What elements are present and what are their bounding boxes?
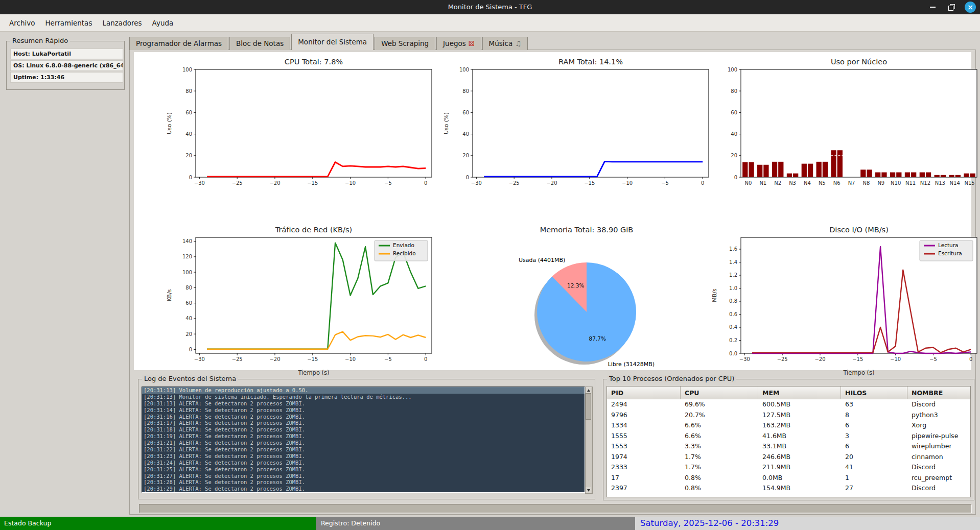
menu-ayuda[interactable]: Ayuda [147,16,179,30]
table-row[interactable]: 13346.6%163.2MB6Xorg [607,420,970,431]
log-line[interactable]: [20:31:21] ALERTA: Se detectaron 2 proce… [142,440,585,446]
table-cell: 33.1MB [758,441,841,452]
status-bar: Estado Backup Registro: Detenido Saturda… [0,517,980,530]
log-line[interactable]: [20:31:13] Volumen de reproducción ajust… [142,387,585,394]
music-note-icon: ♫ [515,39,521,47]
minimize-button[interactable] [927,2,938,13]
svg-text:0: 0 [701,180,704,186]
tab-web-scraping[interactable]: Web Scraping [375,37,435,50]
tab-juegos[interactable]: Juegos⚄ [436,37,481,50]
log-line[interactable]: [20:31:18] ALERTA: Se detectaron 2 proce… [142,426,585,433]
log-line[interactable]: [20:31:22] ALERTA: Se detectaron 2 proce… [142,446,585,453]
ram-total-chart: RAM Total: 14.1%020406080100−30−25−20−15… [441,56,717,191]
svg-text:−10: −10 [622,180,633,186]
svg-text:Escritura: Escritura [938,250,962,256]
scroll-up-icon [587,389,590,392]
close-icon: × [967,4,973,11]
scroll-down-button[interactable] [586,487,591,493]
column-header-pid[interactable]: PID [607,387,681,399]
table-cell: rcu_preempt [907,473,970,484]
table-row[interactable]: 979620.7%127.5MB8python3 [607,410,970,421]
menu-archivo[interactable]: Archivo [4,16,40,30]
table-cell: 1 [841,473,907,484]
table-cell: 3 [841,431,907,442]
svg-text:0.8: 0.8 [729,298,737,304]
svg-text:40: 40 [731,131,737,137]
table-cell: 0.8% [681,473,758,484]
log-panel: Log de Eventos del Sistema [20:31:13] Vo… [138,379,595,499]
scroll-up-button[interactable] [586,387,591,393]
log-console[interactable]: [20:31:13] Volumen de reproducción ajust… [142,387,585,493]
svg-text:80: 80 [185,88,192,94]
svg-text:0: 0 [189,175,192,180]
log-line[interactable]: [20:31:29] ALERTA: Se detectaron 2 proce… [142,486,585,492]
table-row[interactable]: 15533.3%33.1MB6wireplumber [607,441,970,452]
svg-text:Usada (4401MB): Usada (4401MB) [519,257,565,263]
table-cell: 127.5MB [758,410,841,421]
log-line[interactable]: [20:31:28] ALERTA: Se detectaron 2 proce… [142,479,585,486]
column-header-mem[interactable]: MEM [758,387,841,399]
tab-label: Web Scraping [381,39,429,47]
log-line[interactable]: [20:31:14] ALERTA: Se detectaron 2 proce… [142,407,585,414]
scrollbar-thumb[interactable] [586,393,591,420]
table-row[interactable]: 19741.7%246.6MB20cinnamon [607,452,970,463]
svg-text:1.6: 1.6 [729,246,737,252]
svg-text:−20: −20 [269,180,280,186]
svg-text:Tiempo (s): Tiempo (s) [297,369,329,376]
log-scrollbar[interactable] [585,387,593,494]
log-line[interactable]: [20:31:24] ALERTA: Se detectaron 2 proce… [142,460,585,466]
table-cell: 1.7% [681,462,758,473]
table-cell: 1.7% [681,452,758,463]
log-line[interactable]: [20:31:16] ALERTA: Se detectaron 2 proce… [142,414,585,420]
column-header-cpu[interactable]: CPU [681,387,758,399]
svg-text:87.7%: 87.7% [589,335,606,342]
log-line[interactable]: [20:31:13] ALERTA: Se detectaron 2 proce… [142,400,585,407]
table-cell: cinnamon [907,452,970,463]
menu-lanzadores[interactable]: Lanzadores [97,16,147,30]
svg-text:80: 80 [462,88,469,94]
log-line[interactable]: [20:31:19] ALERTA: Se detectaron 2 proce… [142,433,585,440]
svg-text:0.6: 0.6 [729,311,737,317]
log-line[interactable]: [20:31:23] ALERTA: Se detectaron 2 proce… [142,453,585,460]
maximize-button[interactable] [946,2,957,13]
registro-status: Registro: Detenido [316,517,635,530]
svg-text:−20: −20 [546,180,557,186]
log-panel-title: Log de Eventos del Sistema [142,375,238,382]
title-bar: Monitor de Sistema - TFG × [0,0,980,14]
svg-text:60: 60 [185,300,192,306]
table-cell: 3.3% [681,441,758,452]
svg-text:−25: −25 [232,180,243,186]
log-line[interactable]: [20:31:17] ALERTA: Se detectaron 2 proce… [142,420,585,426]
table-cell: wireplumber [907,441,970,452]
column-header-nombre[interactable]: NOMBRE [907,387,970,399]
table-row[interactable]: 23331.7%211.9MB41Discord [607,462,970,473]
log-line[interactable]: [20:31:13] Monitor de sistema iniciado. … [142,394,585,400]
svg-text:0: 0 [466,175,469,180]
tab-monitor-del-sistema[interactable]: Monitor del Sistema [291,34,374,50]
menu-herramientas[interactable]: Herramientas [40,16,97,30]
svg-text:N7: N7 [848,180,855,186]
log-line[interactable]: [20:31:25] ALERTA: Se detectaron 2 proce… [142,466,585,473]
close-button[interactable]: × [965,2,976,13]
tab-label: Juegos [443,39,466,47]
table-cell: 0.0MB [758,473,841,484]
table-row[interactable]: 15556.6%41.6MB3pipewire-pulse [607,431,970,442]
svg-text:100: 100 [182,67,192,73]
table-row[interactable]: 249469.6%600.5MB63Discord [607,399,970,410]
svg-text:−10: −10 [345,180,356,186]
svg-text:Tráfico de Red (KB/s): Tráfico de Red (KB/s) [275,226,352,234]
tab-programador-de-alarmas[interactable]: Programador de Alarmas [129,37,228,50]
tab-musica[interactable]: Música♫ [482,37,528,50]
tab-bloc-de-notas[interactable]: Bloc de Notas [229,37,290,50]
svg-text:60: 60 [731,110,737,115]
log-line[interactable]: [20:31:27] ALERTA: Se detectaron 2 proce… [142,473,585,479]
table-row[interactable]: 170.8%0.0MB1rcu_preempt [607,473,970,484]
svg-text:N14: N14 [950,180,960,186]
processes-panel-title: Top 10 Procesos (Ordenados por CPU) [607,375,736,382]
svg-text:Libre (31428MB): Libre (31428MB) [608,361,655,368]
table-row[interactable]: 23970.8%154.9MB27Discord [607,483,970,494]
column-header-hilos[interactable]: HILOS [841,387,907,399]
svg-text:1.0: 1.0 [729,285,737,291]
svg-text:N8: N8 [863,180,870,186]
table-cell: 600.5MB [758,399,841,410]
